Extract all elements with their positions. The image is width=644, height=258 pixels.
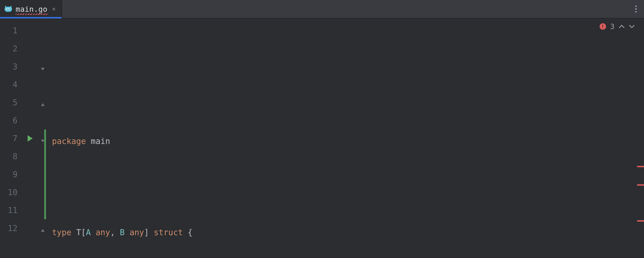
token-keyword: any bbox=[130, 228, 144, 237]
token-ident: T bbox=[76, 228, 81, 237]
run-gutter-icon[interactable] bbox=[28, 135, 33, 142]
line-number: 6 bbox=[4, 111, 18, 130]
tab-filename-wrap: main.go bbox=[16, 4, 48, 14]
token-punc: , bbox=[110, 228, 120, 237]
svg-rect-5 bbox=[5, 6, 6, 8]
token-keyword: package bbox=[52, 137, 86, 146]
svg-point-9 bbox=[635, 11, 637, 13]
token-punc: [ bbox=[81, 228, 86, 237]
token-ident: main bbox=[91, 137, 110, 146]
tab-filename: main.go bbox=[16, 5, 48, 14]
svg-point-3 bbox=[7, 9, 7, 10]
token-keyword: any bbox=[96, 228, 110, 237]
fold-toggle-icon[interactable] bbox=[40, 226, 45, 231]
svg-point-4 bbox=[9, 9, 10, 10]
line-number: 1 bbox=[4, 22, 18, 40]
line-number: 5 bbox=[4, 93, 18, 111]
fold-toggle-icon[interactable] bbox=[40, 100, 45, 105]
code-line[interactable] bbox=[52, 178, 644, 196]
close-tab-icon[interactable]: × bbox=[52, 6, 56, 13]
svg-point-7 bbox=[635, 6, 637, 7]
error-stripe-marker[interactable] bbox=[637, 184, 644, 186]
error-stripe-marker[interactable] bbox=[637, 166, 644, 167]
gutter: 1 2 3 4 5 6 7 8 9 10 11 12 bbox=[0, 19, 46, 258]
editor: 1 2 3 4 5 6 7 8 9 10 11 12 bbox=[0, 19, 644, 258]
line-number: 12 bbox=[4, 219, 18, 237]
line-number: 2 bbox=[4, 40, 18, 58]
inspections-widget[interactable]: ! 3 bbox=[600, 22, 635, 31]
token-keyword: type bbox=[52, 228, 71, 237]
svg-rect-6 bbox=[10, 6, 12, 8]
line-number: 11 bbox=[4, 201, 18, 219]
file-tab-main-go[interactable]: main.go × bbox=[0, 0, 62, 18]
svg-point-8 bbox=[635, 8, 637, 10]
line-number: 4 bbox=[4, 76, 18, 93]
code-line[interactable]: package main bbox=[52, 132, 644, 150]
error-count: 3 bbox=[610, 22, 614, 31]
tab-bar: main.go × bbox=[0, 0, 644, 19]
code-area[interactable]: ! 3 package main type T[A any, B any] st… bbox=[46, 19, 644, 258]
line-number: 8 bbox=[4, 148, 18, 165]
chevron-up-icon[interactable] bbox=[619, 24, 625, 30]
tab-error-squiggle bbox=[16, 14, 48, 15]
error-count-icon: ! bbox=[600, 23, 606, 30]
go-file-icon bbox=[4, 5, 12, 13]
line-number: 9 bbox=[4, 165, 18, 183]
line-number: 3 bbox=[4, 58, 18, 76]
token-typeparam: A bbox=[86, 228, 91, 237]
token-typeparam: B bbox=[120, 228, 125, 237]
code-line[interactable]: type T[A any, B any] struct { bbox=[52, 223, 644, 241]
tab-bar-overflow-menu[interactable] bbox=[628, 0, 644, 18]
chevron-down-icon[interactable] bbox=[629, 24, 635, 30]
fold-toggle-icon[interactable] bbox=[40, 64, 45, 69]
token-keyword: struct bbox=[154, 228, 183, 237]
line-number: 10 bbox=[4, 183, 18, 201]
line-number: 7 bbox=[4, 130, 18, 148]
token-punc: { bbox=[188, 228, 192, 237]
token-punc: ] bbox=[144, 228, 154, 237]
error-stripe-marker[interactable] bbox=[637, 220, 644, 222]
